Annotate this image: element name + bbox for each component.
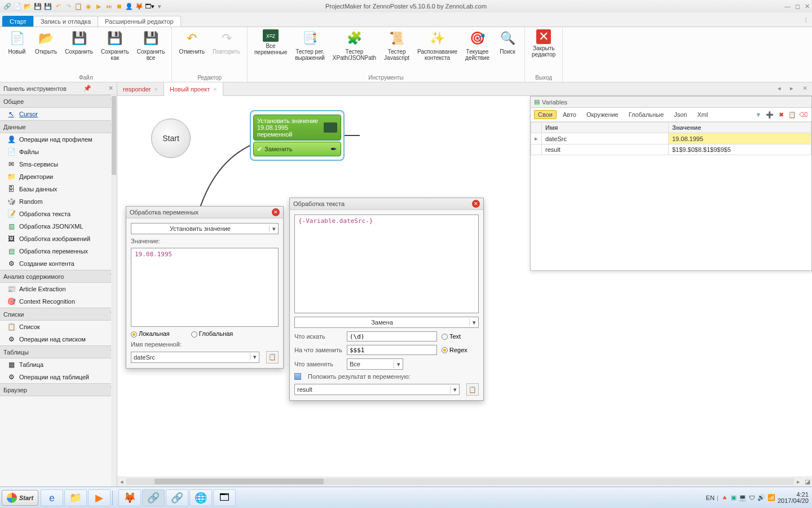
scope-local[interactable]: Локальная (131, 330, 170, 338)
close-icon[interactable]: × (155, 86, 158, 93)
play1-icon[interactable]: ◉ (85, 2, 92, 10)
ribbon-open[interactable]: 📂Открыть (32, 28, 60, 56)
dialog-title[interactable]: Обработка переменных✕ (126, 207, 283, 218)
ribbon-xpath[interactable]: 🧩Тестер XPath/JSONPath (329, 28, 379, 62)
mode-text[interactable]: Text (442, 333, 461, 340)
col-name[interactable]: Имя (542, 122, 669, 133)
app3-icon[interactable]: 🔗 (166, 489, 188, 506)
app5-icon[interactable]: 🗔 (213, 489, 236, 506)
section-lists[interactable]: Списки˄ (0, 308, 117, 321)
canvas-option-icon[interactable]: ◪ (803, 478, 812, 485)
start-button[interactable]: Start (2, 490, 38, 506)
scope-global[interactable]: Глобальная (191, 330, 233, 338)
stop-icon[interactable]: ⏹ (115, 2, 123, 10)
vartab-json[interactable]: Json (670, 110, 691, 119)
undo-icon[interactable]: ↶ (54, 2, 62, 10)
dialog-title[interactable]: Обработка текста✕ (290, 198, 483, 210)
minimize-icon[interactable]: — (784, 3, 791, 10)
item-profile[interactable]: 👤Операции над профилем (0, 133, 117, 146)
item-ctx[interactable]: 🎯Context Recognition (0, 295, 117, 308)
open-icon[interactable]: 📂 (24, 2, 32, 10)
close-window-icon[interactable]: ✕ (805, 3, 810, 10)
tab-nav-left[interactable]: ◂ (773, 82, 785, 95)
delete-icon[interactable]: ✖ (776, 111, 785, 119)
item-content[interactable]: ⚙Создание контента (0, 257, 117, 270)
section-browser[interactable]: Браузер˅ (0, 383, 117, 396)
put-result-checkbox[interactable] (294, 373, 301, 380)
node-group[interactable]: Установить значение 19.08.1995 переменно… (250, 110, 345, 161)
chevron-down-icon[interactable]: ▾ (469, 319, 478, 326)
tray-icon[interactable]: 🔺 (721, 494, 729, 501)
media-icon[interactable]: ▶ (88, 489, 111, 506)
zenno-icon[interactable]: 🔗 (142, 489, 165, 506)
tray-icon[interactable]: 💻 (739, 494, 747, 501)
close-icon[interactable]: ✕ (272, 208, 280, 216)
firefox-icon[interactable]: 🦊 (118, 489, 141, 506)
tab-start[interactable]: Старт (2, 16, 34, 27)
node-set-variable[interactable]: Установить значение 19.08.1995 переменно… (253, 115, 341, 141)
item-listop[interactable]: ⚙Операции над списком (0, 333, 117, 345)
new-icon[interactable]: 📄 (14, 2, 21, 10)
item-list[interactable]: 📋Список (0, 321, 117, 333)
lang-indicator[interactable]: EN (706, 494, 714, 501)
ie-icon[interactable]: ｅ (41, 489, 63, 506)
item-random[interactable]: 🎲Random (0, 195, 117, 208)
vartab-auto[interactable]: Авто (559, 110, 580, 119)
ribbon-vars[interactable]: x=zВсе переменные (251, 28, 290, 56)
section-general[interactable]: Общее˄ (0, 95, 117, 108)
tray-icon[interactable]: 🛡 (749, 494, 755, 501)
tray-icon[interactable]: 📶 (767, 494, 775, 501)
scroll-right-icon[interactable]: ▸ (794, 478, 803, 485)
item-dirs[interactable]: 📁Директории (0, 170, 117, 183)
node-replace[interactable]: ✔Заменить✒ (253, 142, 341, 156)
ribbon-close-editor[interactable]: ✕Закрыть редактор (528, 28, 559, 59)
section-tables[interactable]: Таблицы˄ (0, 345, 117, 358)
tab-record[interactable]: Запись и отладка (33, 16, 98, 27)
item-vars[interactable]: ▤Обработка переменных (0, 245, 117, 257)
section-data[interactable]: Данные˄ (0, 120, 117, 133)
tab-nav-right[interactable]: ▸ (785, 82, 798, 95)
value-input[interactable]: 19.08.1995 (131, 248, 279, 327)
ribbon-js[interactable]: 📜Тестер Javascript (381, 28, 413, 62)
col-value[interactable]: Значение (669, 122, 811, 133)
vartab-xml[interactable]: Xml (693, 110, 712, 119)
item-tableop[interactable]: ⚙Операции над таблицей (0, 371, 117, 383)
copy-icon[interactable]: 📋 (788, 111, 797, 119)
ribbon-save-all[interactable]: 💾Сохранить все (134, 28, 169, 62)
copy-button[interactable]: 📋 (466, 383, 479, 396)
item-db[interactable]: 🗄Базы данных (0, 183, 117, 195)
redo-icon[interactable]: ↷ (64, 2, 72, 10)
vartab-own[interactable]: Свои (534, 110, 557, 119)
result-var-select[interactable]: result▾ (294, 384, 460, 395)
filter-icon[interactable]: ▼ (754, 111, 763, 119)
varname-select[interactable]: dateSrc▾ (131, 352, 259, 363)
close-icon[interactable]: ✕ (472, 200, 480, 208)
step-icon[interactable]: ⏭ (105, 2, 113, 10)
ribbon-save[interactable]: 💾Сохранить (61, 28, 96, 56)
chevron-down-icon[interactable]: ▾ (450, 386, 459, 393)
toolpanel-scrollbar[interactable] (111, 95, 117, 487)
app4-icon[interactable]: 🌐 (189, 489, 212, 506)
play2-icon[interactable]: ▶ (95, 2, 103, 10)
chevron-down-icon[interactable]: ▾ (394, 361, 403, 368)
tab-editor[interactable]: Расширенный редактор (98, 16, 181, 27)
item-sms[interactable]: ✉Sms-сервисы (0, 158, 117, 170)
what-select[interactable]: Все▾ (347, 358, 403, 370)
ribbon-undo[interactable]: ↶Отменить (175, 28, 208, 56)
table-row[interactable]: result$1$9.$0$8.$1$9$9$5 (531, 144, 811, 155)
ribbon-curaction[interactable]: 🎯Текущее действие (462, 28, 493, 62)
clock[interactable]: 4:21 2017/04/20 (778, 492, 809, 504)
close-icon[interactable]: × (213, 86, 217, 93)
mode-regex[interactable]: Regex (442, 347, 467, 354)
chevron-down-icon[interactable]: ▾ (269, 225, 278, 233)
ribbon-ctx[interactable]: ✨Распознавание контекста (414, 28, 461, 62)
window-icon[interactable]: 🗔▾ (145, 2, 153, 10)
copy-button[interactable]: 📋 (266, 351, 279, 364)
ribbon-save-as[interactable]: 💾Сохранить как (98, 28, 133, 62)
copy-icon[interactable]: 📋 (74, 2, 82, 10)
tab-nav-close[interactable]: ⨯ (798, 82, 812, 95)
overflow-icon[interactable]: ▾ (156, 2, 164, 10)
browser-icon[interactable]: 🦊 (135, 2, 143, 10)
item-json[interactable]: ▥Обработка JSON/XML (0, 220, 117, 233)
item-table[interactable]: ▦Таблица (0, 358, 117, 371)
